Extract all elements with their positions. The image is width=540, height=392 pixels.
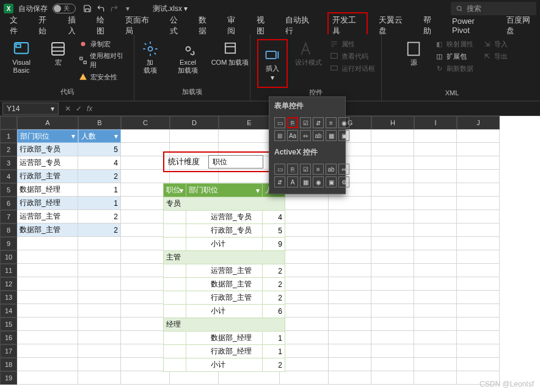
cell[interactable] <box>371 129 414 143</box>
cell[interactable] <box>329 358 371 371</box>
cell[interactable] <box>121 318 170 331</box>
cell[interactable] <box>414 156 457 170</box>
cell[interactable] <box>121 331 170 344</box>
row-header[interactable]: 17 <box>0 344 17 358</box>
cell[interactable] <box>414 237 457 250</box>
cell[interactable] <box>78 331 121 344</box>
record-macro-button[interactable]: 录制宏 <box>78 39 129 49</box>
cell[interactable] <box>371 371 414 385</box>
cell[interactable] <box>78 264 121 277</box>
cell[interactable] <box>280 223 329 237</box>
cell[interactable] <box>219 371 280 385</box>
pivot-cell[interactable]: 小计 <box>186 238 262 251</box>
cell[interactable] <box>78 318 121 331</box>
pivot-cell[interactable]: 主管 <box>164 251 285 264</box>
expand-pack-button[interactable]: ◫扩展包 <box>434 51 473 61</box>
cell[interactable] <box>78 237 121 250</box>
cell[interactable] <box>371 264 414 277</box>
cell[interactable] <box>457 264 500 277</box>
fx-icon[interactable]: fx <box>87 104 92 113</box>
cell[interactable] <box>280 344 329 358</box>
cell[interactable] <box>17 304 78 318</box>
cell[interactable] <box>78 344 121 358</box>
row-header[interactable]: 16 <box>0 331 17 344</box>
pivot-cell[interactable]: 9 <box>263 238 285 251</box>
ax-textbox-icon[interactable]: ab <box>326 164 337 175</box>
cell[interactable] <box>457 304 500 318</box>
form-spin-icon[interactable]: ⇵ <box>313 117 324 128</box>
macros-button[interactable]: 宏 <box>42 39 75 67</box>
cell[interactable] <box>371 358 414 371</box>
cell[interactable] <box>121 237 170 250</box>
pivot-cell[interactable]: 4 <box>263 211 285 224</box>
cell[interactable] <box>280 358 329 371</box>
cell[interactable] <box>121 223 170 237</box>
cell[interactable] <box>121 264 170 277</box>
cell[interactable] <box>457 129 500 143</box>
cell[interactable] <box>457 143 500 156</box>
cell[interactable]: 2 <box>78 170 121 183</box>
cell[interactable] <box>371 250 414 264</box>
cell[interactable]: 人数▾ <box>78 129 121 143</box>
cell[interactable] <box>280 197 329 210</box>
cell[interactable]: 5 <box>78 143 121 156</box>
pivot-header[interactable]: 职位▾ <box>164 184 186 197</box>
run-dialog-button[interactable]: 运行对话框 <box>329 64 375 73</box>
cell[interactable] <box>280 291 329 304</box>
ax-spin-icon[interactable]: ⇵ <box>274 176 285 187</box>
cell[interactable]: 行政部_主管 <box>17 170 78 183</box>
row-header[interactable]: 7 <box>0 210 17 223</box>
cell[interactable] <box>121 143 170 156</box>
pivot-cell[interactable]: 小计 <box>186 305 262 318</box>
pivot-cell[interactable] <box>164 291 186 305</box>
cell[interactable] <box>457 277 500 291</box>
cell[interactable] <box>280 237 329 250</box>
use-relative-button[interactable]: 使用相对引用 <box>78 51 129 70</box>
cell[interactable] <box>329 344 371 358</box>
form-scrollbar-icon[interactable]: ⇔ <box>300 130 311 141</box>
cell[interactable]: 运营部_主管 <box>17 210 78 223</box>
name-box[interactable]: Y14▾ <box>2 103 59 115</box>
cell[interactable]: 运营部_专员 <box>17 156 78 170</box>
cell[interactable] <box>280 304 329 318</box>
cell[interactable] <box>371 170 414 183</box>
cell[interactable] <box>371 210 414 223</box>
cell[interactable] <box>414 210 457 223</box>
cell[interactable] <box>414 223 457 237</box>
cell[interactable] <box>414 129 457 143</box>
cell[interactable] <box>414 371 457 385</box>
cell[interactable] <box>457 197 500 210</box>
cell[interactable] <box>17 250 78 264</box>
cell[interactable] <box>78 291 121 304</box>
cell[interactable] <box>457 223 500 237</box>
row-header[interactable]: 10 <box>0 250 17 264</box>
excel-addins-button[interactable]: Excel 加载项 <box>171 39 205 74</box>
source-button[interactable]: 源 <box>396 39 431 67</box>
cell[interactable] <box>371 156 414 170</box>
import-button[interactable]: ⇲导入 <box>482 39 508 49</box>
ax-image-icon[interactable]: ▦ <box>300 176 311 187</box>
cell[interactable] <box>371 291 414 304</box>
pivot-cell[interactable] <box>164 238 186 251</box>
cell[interactable]: 数据部_主管 <box>17 223 78 237</box>
cell[interactable] <box>371 197 414 210</box>
row-header[interactable]: 12 <box>0 277 17 291</box>
row-header[interactable]: 9 <box>0 237 17 250</box>
cell[interactable] <box>78 358 121 371</box>
cell[interactable] <box>371 223 414 237</box>
cell[interactable] <box>17 264 78 277</box>
pivot-cell[interactable]: 2 <box>263 264 285 278</box>
cell[interactable]: 行政部_专员 <box>17 143 78 156</box>
ax-combobox-icon[interactable]: ⎘ <box>287 164 298 175</box>
row-header[interactable]: 2 <box>0 143 17 156</box>
cell[interactable] <box>121 170 170 183</box>
cell[interactable] <box>414 291 457 304</box>
cell[interactable] <box>371 237 414 250</box>
cell[interactable] <box>78 371 121 385</box>
cell[interactable]: 行政部_经理 <box>17 197 78 210</box>
properties-button[interactable]: 属性 <box>329 39 375 49</box>
pivot-cell[interactable] <box>164 345 186 358</box>
cell[interactable]: 1 <box>78 197 121 210</box>
pivot-cell[interactable]: 数据部_经理 <box>186 332 262 345</box>
cell[interactable] <box>329 223 371 237</box>
